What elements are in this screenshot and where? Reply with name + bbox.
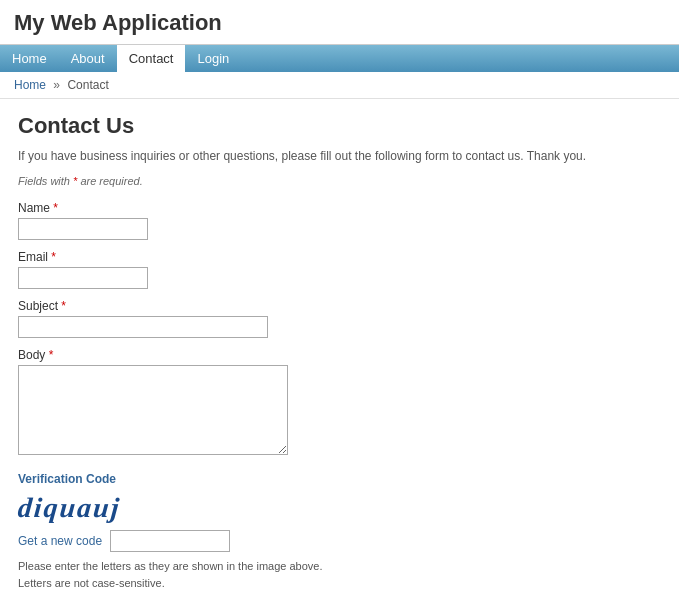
captcha-input[interactable]	[110, 530, 230, 552]
get-new-code-link[interactable]: Get a new code	[18, 534, 102, 548]
app-title: My Web Application	[14, 10, 222, 35]
breadcrumb-current: Contact	[67, 78, 108, 92]
subject-asterisk: *	[58, 299, 66, 313]
name-label: Name *	[18, 201, 661, 215]
page-title: Contact Us	[18, 113, 661, 139]
app-header: My Web Application	[0, 0, 679, 45]
body-label: Body *	[18, 348, 661, 362]
name-input[interactable]	[18, 218, 148, 240]
subject-field-group: Subject *	[18, 299, 661, 338]
verification-hint: Please enter the letters as they are sho…	[18, 558, 661, 591]
email-asterisk: *	[48, 250, 56, 264]
breadcrumb-separator: »	[53, 78, 60, 92]
required-asterisk: *	[73, 175, 77, 187]
nav-item-home[interactable]: Home	[0, 45, 59, 72]
get-new-code-row: Get a new code	[18, 530, 661, 552]
email-input[interactable]	[18, 267, 148, 289]
captcha-image: diquauj	[17, 492, 123, 524]
contact-form: Name * Email * Subject * Body *	[18, 201, 661, 595]
nav-item-contact[interactable]: Contact	[117, 45, 186, 72]
required-note: Fields with * are required.	[18, 175, 661, 187]
subject-input[interactable]	[18, 316, 268, 338]
subject-label: Subject *	[18, 299, 661, 313]
breadcrumb: Home » Contact	[0, 72, 679, 99]
nav-item-about[interactable]: About	[59, 45, 117, 72]
breadcrumb-home-link[interactable]: Home	[14, 78, 46, 92]
email-label: Email *	[18, 250, 661, 264]
nav-bar: Home About Contact Login	[0, 45, 679, 72]
main-content: Contact Us If you have business inquirie…	[0, 99, 679, 595]
intro-text: If you have business inquiries or other …	[18, 147, 661, 165]
body-asterisk: *	[45, 348, 53, 362]
body-field-group: Body *	[18, 348, 661, 458]
name-field-group: Name *	[18, 201, 661, 240]
name-asterisk: *	[50, 201, 58, 215]
email-field-group: Email *	[18, 250, 661, 289]
body-textarea[interactable]	[18, 365, 288, 455]
verification-section: Verification Code diquauj Get a new code…	[18, 472, 661, 591]
nav-item-login[interactable]: Login	[185, 45, 241, 72]
verification-label: Verification Code	[18, 472, 661, 486]
